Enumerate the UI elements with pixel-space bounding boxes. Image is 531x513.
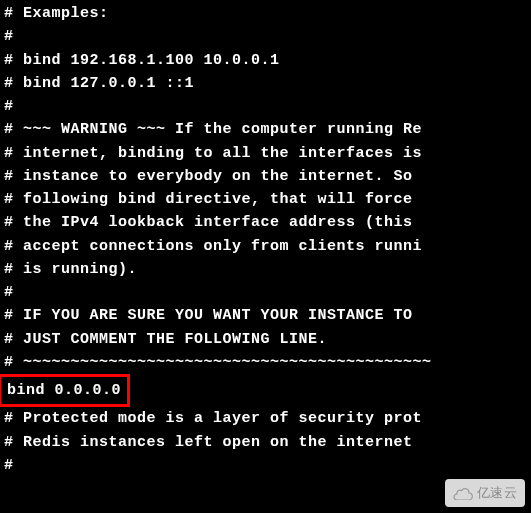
config-line: # JUST COMMENT THE FOLLOWING LINE. [4,328,527,351]
config-line: # the IPv4 lookback interface address (t… [4,211,527,234]
bind-directive-text: bind 0.0.0.0 [7,382,121,399]
config-line: # Examples: [4,2,527,25]
watermark-badge: 亿速云 [445,479,526,507]
config-line: # Redis instances left open on the inter… [4,431,527,454]
config-line: # bind 127.0.0.1 ::1 [4,72,527,95]
config-line: # ~~~~~~~~~~~~~~~~~~~~~~~~~~~~~~~~~~~~~~… [4,351,527,374]
config-line: # is running). [4,258,527,281]
config-line: # Protected mode is a layer of security … [4,407,527,430]
config-line: # [4,281,527,304]
config-line: # [4,95,527,118]
watermark-text: 亿速云 [477,483,518,503]
config-line: # [4,25,527,48]
config-line: # accept connections only from clients r… [4,235,527,258]
terminal-content: # Examples: # # bind 192.168.1.100 10.0.… [4,2,527,477]
config-line: # instance to everybody on the internet.… [4,165,527,188]
config-line: # IF YOU ARE SURE YOU WANT YOUR INSTANCE… [4,304,527,327]
config-line: # [4,454,527,477]
cloud-icon [453,486,473,500]
highlighted-bind-directive: bind 0.0.0.0 [0,374,130,407]
config-line: # internet, binding to all the interface… [4,142,527,165]
config-line: # ~~~ WARNING ~~~ If the computer runnin… [4,118,527,141]
config-line: # following bind directive, that will fo… [4,188,527,211]
config-line: # bind 192.168.1.100 10.0.0.1 [4,49,527,72]
